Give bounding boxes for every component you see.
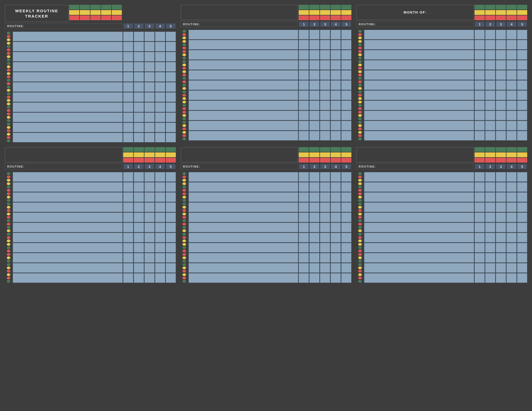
data-cell-1[interactable] <box>475 111 485 120</box>
data-cell-1[interactable] <box>123 202 133 212</box>
data-cell-1[interactable] <box>475 30 485 39</box>
data-cell-1[interactable] <box>475 70 485 80</box>
data-cell-2[interactable] <box>134 133 144 142</box>
data-cell-2[interactable] <box>309 60 319 70</box>
data-cell-5[interactable] <box>341 223 351 232</box>
data-cell-1[interactable] <box>475 101 485 110</box>
data-cell-1[interactable] <box>299 202 309 212</box>
data-cell-4[interactable] <box>331 60 341 70</box>
data-cell-2[interactable] <box>309 243 319 252</box>
data-cell-5[interactable] <box>166 233 176 242</box>
data-cell-1[interactable] <box>123 253 133 263</box>
data-cell-5[interactable] <box>341 253 351 263</box>
data-cell-5[interactable] <box>517 172 527 182</box>
data-cell-3[interactable] <box>320 192 330 202</box>
row-label-cell[interactable] <box>13 92 123 102</box>
row-label-cell[interactable] <box>13 213 123 222</box>
data-cell-3[interactable] <box>144 223 155 232</box>
data-cell-3[interactable] <box>320 253 330 263</box>
data-cell-1[interactable] <box>123 263 133 273</box>
row-label-cell[interactable] <box>13 123 123 132</box>
data-cell-1[interactable] <box>123 182 133 192</box>
data-cell-4[interactable] <box>155 253 165 263</box>
data-cell-4[interactable] <box>331 192 341 202</box>
data-cell-3[interactable] <box>320 273 330 283</box>
data-cell-5[interactable] <box>517 223 527 232</box>
data-cell-3[interactable] <box>496 101 506 110</box>
data-cell-4[interactable] <box>506 192 517 202</box>
row-label-cell[interactable] <box>364 233 474 242</box>
data-cell-5[interactable] <box>517 30 527 39</box>
data-cell-3[interactable] <box>144 273 155 283</box>
data-cell-2[interactable] <box>134 223 144 232</box>
data-cell-2[interactable] <box>485 243 495 252</box>
data-cell-4[interactable] <box>506 111 517 120</box>
data-cell-1[interactable] <box>475 233 485 242</box>
data-cell-4[interactable] <box>155 263 165 273</box>
data-cell-2[interactable] <box>309 233 319 242</box>
data-cell-5[interactable] <box>517 111 527 120</box>
data-cell-2[interactable] <box>134 273 144 283</box>
data-cell-3[interactable] <box>144 192 155 202</box>
data-cell-5[interactable] <box>341 131 351 140</box>
data-cell-3[interactable] <box>320 101 330 110</box>
row-label-cell[interactable] <box>13 223 123 232</box>
data-cell-1[interactable] <box>123 213 133 222</box>
data-cell-1[interactable] <box>123 32 133 41</box>
row-label-cell[interactable] <box>364 70 474 80</box>
row-label-cell[interactable] <box>189 192 298 202</box>
data-cell-4[interactable] <box>155 62 165 72</box>
data-cell-2[interactable] <box>485 202 495 212</box>
data-cell-1[interactable] <box>475 80 485 90</box>
data-cell-2[interactable] <box>134 233 144 242</box>
data-cell-4[interactable] <box>331 40 341 49</box>
data-cell-3[interactable] <box>144 62 155 72</box>
data-cell-5[interactable] <box>166 82 176 92</box>
data-cell-2[interactable] <box>309 121 319 130</box>
data-cell-3[interactable] <box>320 131 330 140</box>
row-label-cell[interactable] <box>189 131 298 140</box>
data-cell-3[interactable] <box>496 111 506 120</box>
data-cell-1[interactable] <box>299 70 309 80</box>
data-cell-4[interactable] <box>506 131 517 140</box>
data-cell-3[interactable] <box>144 182 155 192</box>
data-cell-1[interactable] <box>299 101 309 110</box>
data-cell-1[interactable] <box>123 113 133 122</box>
row-label-cell[interactable] <box>189 90 298 100</box>
data-cell-2[interactable] <box>485 50 495 60</box>
data-cell-3[interactable] <box>144 253 155 263</box>
data-cell-2[interactable] <box>309 273 319 283</box>
data-cell-1[interactable] <box>475 60 485 70</box>
data-cell-4[interactable] <box>506 213 517 222</box>
row-label-cell[interactable] <box>13 243 123 252</box>
data-cell-1[interactable] <box>123 172 133 182</box>
data-cell-1[interactable] <box>475 273 485 283</box>
data-cell-1[interactable] <box>475 182 485 192</box>
data-cell-5[interactable] <box>341 273 351 283</box>
data-cell-5[interactable] <box>517 121 527 130</box>
data-cell-1[interactable] <box>475 90 485 100</box>
row-label-cell[interactable] <box>364 101 474 110</box>
data-cell-5[interactable] <box>517 253 527 263</box>
data-cell-4[interactable] <box>155 182 165 192</box>
data-cell-3[interactable] <box>496 121 506 130</box>
data-cell-4[interactable] <box>331 50 341 60</box>
row-label-cell[interactable] <box>13 182 123 192</box>
data-cell-4[interactable] <box>506 243 517 252</box>
data-cell-4[interactable] <box>331 90 341 100</box>
data-cell-5[interactable] <box>517 60 527 70</box>
row-label-cell[interactable] <box>364 90 474 100</box>
data-cell-1[interactable] <box>299 192 309 202</box>
data-cell-4[interactable] <box>331 80 341 90</box>
data-cell-4[interactable] <box>331 243 341 252</box>
data-cell-3[interactable] <box>144 32 155 41</box>
row-label-cell[interactable] <box>13 52 123 61</box>
row-label-cell[interactable] <box>13 233 123 242</box>
row-label-cell[interactable] <box>13 253 123 263</box>
data-cell-1[interactable] <box>123 82 133 92</box>
row-label-cell[interactable] <box>364 111 474 120</box>
data-cell-2[interactable] <box>309 223 319 232</box>
data-cell-3[interactable] <box>144 52 155 61</box>
data-cell-5[interactable] <box>166 102 176 112</box>
data-cell-2[interactable] <box>134 192 144 202</box>
